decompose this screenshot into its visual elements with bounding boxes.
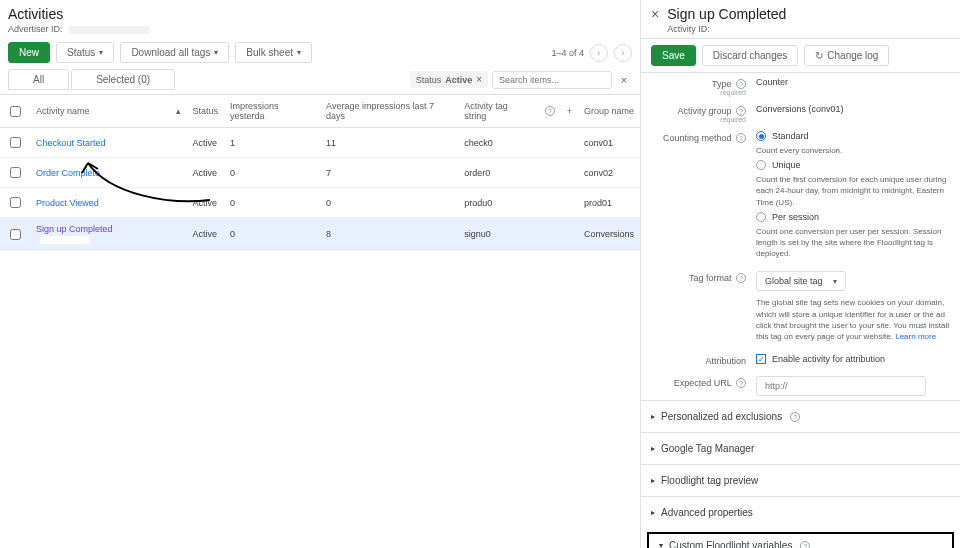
- learn-more-link[interactable]: Learn more: [895, 332, 936, 341]
- col-group-name[interactable]: Group name: [578, 95, 640, 128]
- search-input[interactable]: [492, 71, 612, 89]
- discard-button[interactable]: Discard changes: [702, 45, 798, 66]
- help-icon[interactable]: ?: [736, 133, 746, 143]
- row-checkbox[interactable]: [10, 137, 21, 148]
- section-pae-label: Personalized ad exclusions: [661, 411, 782, 422]
- select-all-checkbox[interactable]: [10, 106, 21, 117]
- chevron-right-icon: ▸: [651, 476, 655, 485]
- advertiser-id-value: [69, 26, 149, 34]
- cell-tag: signu0: [458, 218, 536, 251]
- counting-standard-radio[interactable]: Standard: [756, 131, 950, 141]
- pager-prev-button[interactable]: ‹: [590, 44, 608, 62]
- expected-url-label: Expected URL: [674, 378, 732, 388]
- table-row[interactable]: Product Viewed Active 0 0 produ0 prod01: [0, 188, 640, 218]
- counting-persession-desc: Count one conversion per user per sessio…: [756, 226, 950, 260]
- custom-floodlight-vars-box: ▾ Custom Floodlight variables ? Custom v…: [647, 532, 954, 548]
- col-help-icon[interactable]: ?: [537, 95, 561, 128]
- status-chip-value: Active: [445, 75, 472, 85]
- help-icon[interactable]: ?: [736, 79, 746, 89]
- search-clear-icon[interactable]: ×: [616, 72, 632, 88]
- drawer-close-icon[interactable]: ×: [651, 6, 659, 22]
- cell-avg: 0: [320, 188, 458, 218]
- changelog-label: Change log: [827, 50, 878, 61]
- help-icon[interactable]: ?: [800, 541, 810, 548]
- bulksheet-label: Bulk sheet: [246, 47, 293, 58]
- chevron-right-icon: ▸: [651, 444, 655, 453]
- status-filter-button[interactable]: Status ▾: [56, 42, 114, 63]
- counting-unique-radio[interactable]: Unique: [756, 160, 950, 170]
- bulksheet-button[interactable]: Bulk sheet ▾: [235, 42, 312, 63]
- help-icon[interactable]: ?: [790, 412, 800, 422]
- col-activity-name[interactable]: Activity name: [30, 95, 170, 128]
- cell-group: prod01: [578, 188, 640, 218]
- col-status[interactable]: Status: [187, 95, 225, 128]
- chevron-down-icon: ▾: [833, 277, 837, 286]
- row-checkbox[interactable]: [10, 229, 21, 240]
- checkbox-icon: ✓: [756, 354, 766, 364]
- counting-unique-desc: Count the first conversion for each uniq…: [756, 174, 950, 208]
- status-chip-prefix: Status: [416, 75, 442, 85]
- cell-group: conv02: [578, 158, 640, 188]
- pager-next-button[interactable]: ›: [614, 44, 632, 62]
- cell-avg: 11: [320, 128, 458, 158]
- advertiser-id-row: Advertiser ID:: [8, 24, 632, 34]
- chevron-down-icon: ▾: [99, 48, 103, 57]
- attribution-checkbox[interactable]: ✓ Enable activity for attribution: [756, 354, 950, 364]
- col-add-icon[interactable]: +: [561, 95, 578, 128]
- help-icon[interactable]: ?: [736, 273, 746, 283]
- tab-all[interactable]: All: [8, 69, 69, 90]
- download-tags-button[interactable]: Download all tags ▾: [120, 42, 229, 63]
- chevron-right-icon: ▸: [651, 508, 655, 517]
- activity-group-label: Activity group: [677, 106, 731, 116]
- row-checkbox[interactable]: [10, 197, 21, 208]
- table-row[interactable]: Order Complete Active 0 7 order0 conv02: [0, 158, 640, 188]
- cell-group: Conversions: [578, 218, 640, 251]
- cell-group: conv01: [578, 128, 640, 158]
- chevron-down-icon: ▾: [297, 48, 301, 57]
- chevron-right-icon: ▸: [651, 412, 655, 421]
- section-personalized-exclusions[interactable]: ▸ Personalized ad exclusions ?: [641, 400, 960, 432]
- section-gtm[interactable]: ▸ Google Tag Manager: [641, 432, 960, 464]
- history-icon: ↻: [815, 50, 823, 61]
- table-row[interactable]: Checkout Started Active 1 11 check0 conv…: [0, 128, 640, 158]
- section-adv-label: Advanced properties: [661, 507, 753, 518]
- cell-status: Active: [187, 158, 225, 188]
- section-cfv-label: Custom Floodlight variables: [669, 540, 792, 548]
- section-custom-floodlight-vars[interactable]: ▾ Custom Floodlight variables ?: [649, 534, 952, 548]
- help-icon[interactable]: ?: [736, 378, 746, 388]
- attribution-check-label: Enable activity for attribution: [772, 354, 885, 364]
- counting-method-label: Counting method: [663, 133, 732, 143]
- tag-format-select[interactable]: Global site tag ▾: [756, 271, 846, 291]
- col-avg-impressions[interactable]: Average impressions last 7 days: [320, 95, 458, 128]
- activity-link[interactable]: Product Viewed: [30, 188, 170, 218]
- group-required: required: [651, 116, 746, 123]
- section-advanced-properties[interactable]: ▸ Advanced properties: [641, 496, 960, 528]
- row-checkbox[interactable]: [10, 167, 21, 178]
- tab-selected[interactable]: Selected (0): [71, 69, 175, 90]
- new-button[interactable]: New: [8, 42, 50, 63]
- cell-tag: order0: [458, 158, 536, 188]
- col-impressions[interactable]: Impressions yesterda: [224, 95, 320, 128]
- col-sort-icon[interactable]: ▴: [170, 95, 187, 128]
- section-floodlight-preview[interactable]: ▸ Floodlight tag preview: [641, 464, 960, 496]
- counting-unique-label: Unique: [772, 160, 801, 170]
- cell-status: Active: [187, 218, 225, 251]
- counting-standard-label: Standard: [772, 131, 809, 141]
- cell-impressions: 1: [224, 128, 320, 158]
- activity-link[interactable]: Checkout Started: [30, 128, 170, 158]
- counting-persession-radio[interactable]: Per session: [756, 212, 950, 222]
- type-label: Type: [712, 79, 732, 89]
- activity-link[interactable]: Order Complete: [30, 158, 170, 188]
- changelog-button[interactable]: ↻ Change log: [804, 45, 889, 66]
- tag-format-label: Tag format: [689, 273, 732, 283]
- save-button[interactable]: Save: [651, 45, 696, 66]
- status-filter-chip[interactable]: Status Active ×: [410, 71, 488, 88]
- cell-avg: 7: [320, 158, 458, 188]
- activity-group-value: Conversions (conv01): [756, 104, 950, 123]
- help-icon[interactable]: ?: [736, 106, 746, 116]
- col-tag-string[interactable]: Activity tag string: [458, 95, 536, 128]
- table-row[interactable]: Sign up Completed Active 0 8 signu0 Conv…: [0, 218, 640, 251]
- chip-close-icon[interactable]: ×: [476, 74, 482, 85]
- expected-url-input[interactable]: [756, 376, 926, 396]
- activity-link[interactable]: Sign up Completed: [30, 218, 170, 251]
